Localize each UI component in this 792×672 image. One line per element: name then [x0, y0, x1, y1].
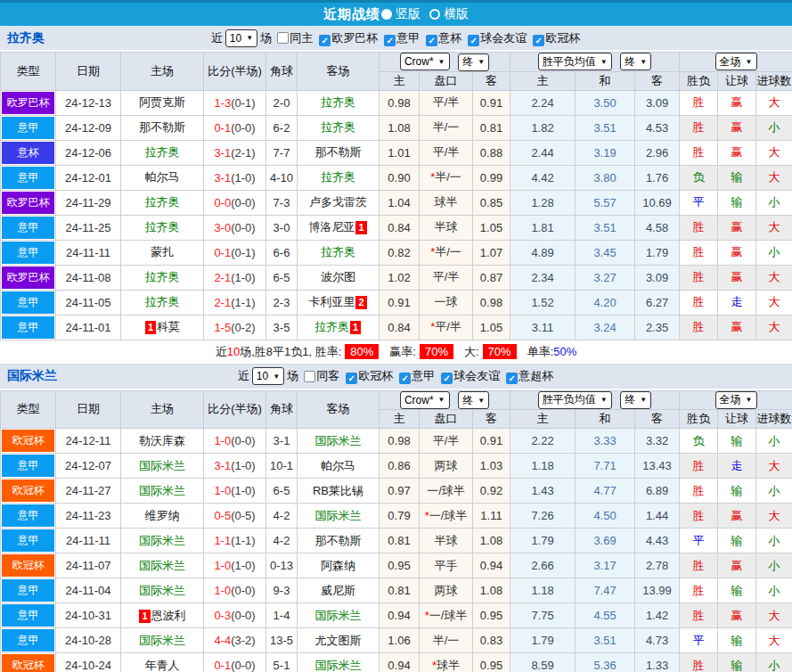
away-team-cell: 阿森纳	[298, 553, 380, 578]
odds-time-select[interactable]: 终▼	[458, 391, 489, 409]
euro-away-odds: 2.96	[635, 140, 680, 165]
team-name: 国际米兰	[315, 659, 362, 672]
same-venue-label: 同主	[290, 30, 313, 46]
odds-change-star: *	[425, 509, 429, 522]
handicap-cell: *球半	[420, 653, 473, 672]
near-label: 近	[238, 368, 249, 384]
handicap-rate-label: 赢率:	[389, 344, 416, 360]
col-handicap-result: 让球	[718, 71, 756, 90]
league-filter-checkbox[interactable]: ✓	[426, 35, 437, 46]
scope-select[interactable]: 全场▼	[715, 53, 757, 70]
col-date: 日期	[56, 53, 121, 91]
score-cell: 1-1(1-1)	[204, 529, 266, 553]
home-team-cell: 帕尔马	[121, 165, 204, 190]
team-name: 那不勒斯	[315, 534, 362, 547]
euro-odds-select[interactable]: 胜平负均值▼	[538, 391, 612, 409]
match-row: 意甲24-11-11国际米兰1-1(1-1)4-2那不勒斯0.81半球1.081…	[1, 529, 792, 553]
odds-change-star: *	[430, 320, 435, 333]
away-team-cell: 尤文图斯	[298, 628, 380, 653]
col-handicap: 盘口	[420, 71, 473, 90]
league-filter-checkbox[interactable]: ✓	[441, 373, 453, 384]
euro-draw-odds: 3.51	[576, 628, 635, 653]
col-asian-home: 主	[380, 410, 420, 429]
euro-away-odds: 6.89	[635, 479, 680, 504]
filter-bar: 近 10▼ 场 同主 ✓欧罗巴杯✓意甲✓意杯✓球会友谊✓欧冠杯	[211, 29, 581, 47]
league-cell: 意甲	[1, 578, 56, 603]
same-venue-checkbox[interactable]	[304, 371, 315, 382]
league-filter-checkbox[interactable]: ✓	[399, 373, 411, 384]
team-name: 尤文图斯	[315, 634, 362, 647]
team-name: 国际米兰	[139, 484, 185, 497]
home-team-cell: 1恩波利	[121, 603, 204, 628]
col-euro-draw: 和	[576, 71, 635, 90]
chevron-down-icon: ▼	[746, 396, 753, 404]
asian-odds-group: Crow*▼ 终▼	[380, 53, 510, 72]
result-cell: 平	[680, 628, 718, 653]
league-filter-checkbox[interactable]: ✓	[319, 35, 331, 46]
team-title: 拉齐奥	[7, 30, 45, 46]
handicap-result-cell: 输	[718, 628, 756, 653]
goals-cell: 小	[756, 578, 792, 603]
chevron-down-icon: ▼	[600, 58, 608, 66]
league-filter-checkbox[interactable]: ✓	[468, 35, 479, 46]
same-venue-checkbox[interactable]	[277, 32, 289, 44]
home-team-cell: 国际米兰	[121, 628, 204, 653]
chevron-down-icon: ▼	[246, 34, 253, 42]
euro-odds-group: 胜平负均值▼ 终▼	[510, 390, 680, 410]
away-team-cell: 拉齐奥	[298, 115, 380, 140]
euro-draw-odds: 3.27	[576, 265, 635, 290]
big-rate-label: 大:	[464, 344, 479, 360]
horizontal-layout-radio[interactable]	[429, 9, 440, 20]
goals-cell: 小	[756, 479, 792, 504]
odds-time-select[interactable]: 终▼	[458, 53, 489, 71]
corner-cell: 5-1	[266, 653, 298, 672]
asian-home-odds: 0.84	[380, 315, 420, 340]
match-row: 欧罗巴杯24-11-08拉齐奥2-1(1-0)6-5波尔图1.02平/半0.87…	[1, 265, 792, 290]
vertical-layout-radio[interactable]	[381, 9, 392, 20]
euro-time-select[interactable]: 终▼	[620, 391, 651, 409]
league-filter-label: 意甲	[412, 369, 435, 382]
league-filter-checkbox[interactable]: ✓	[346, 373, 357, 384]
goals-cell: 大	[756, 265, 792, 290]
col-euro-away: 客	[635, 410, 680, 429]
euro-time-select[interactable]: 终▼	[620, 53, 651, 70]
euro-home-odds: 7.75	[510, 603, 576, 628]
home-team-cell: 拉齐奥	[121, 265, 204, 290]
corner-cell: 9-3	[266, 578, 298, 603]
handicap-result-cell: 赢	[718, 265, 756, 290]
team-title: 国际米兰	[7, 368, 57, 384]
asian-away-odds: 1.05	[473, 215, 510, 240]
league-filter-checkbox[interactable]: ✓	[533, 35, 544, 46]
league-filter-label: 意超杯	[518, 369, 553, 382]
col-date: 日期	[56, 390, 121, 429]
match-count-select[interactable]: 10▼	[225, 29, 257, 47]
away-team-cell: 帕尔马	[298, 454, 380, 479]
euro-away-odds: 2.78	[635, 553, 680, 578]
euro-away-odds: 3.09	[635, 90, 680, 115]
league-filter-checkbox[interactable]: ✓	[506, 373, 518, 384]
handicap-result-cell: 赢	[718, 115, 756, 140]
away-team-cell: 威尼斯	[298, 578, 380, 603]
euro-away-odds: 13.43	[635, 454, 680, 479]
handicap-result-cell: 输	[718, 165, 756, 190]
home-team-cell: 国际米兰	[121, 454, 204, 479]
same-venue-label: 同客	[316, 368, 339, 384]
scope-select[interactable]: 全场▼	[715, 391, 757, 409]
summary-record: 场,胜8平1负1, 胜率:	[240, 344, 341, 360]
euro-home-odds: 2.22	[510, 429, 576, 454]
team-name: 帕尔马	[321, 459, 355, 472]
goals-cell: 小	[756, 429, 792, 454]
goals-cell: 大	[756, 140, 792, 165]
home-team-cell: 维罗纳	[121, 504, 204, 529]
handicap-cell: 一/球半	[420, 479, 473, 504]
euro-odds-select[interactable]: 胜平负均值▼	[538, 53, 612, 70]
odds-provider-select[interactable]: Crow*▼	[400, 391, 450, 409]
match-row: 意甲24-11-11蒙扎0-1(0-1)6-6拉齐奥0.82*半/一1.074.…	[1, 240, 792, 265]
date-cell: 24-11-04	[56, 578, 121, 603]
score-cell: 0-1(0-1)	[204, 240, 266, 265]
odds-provider-select[interactable]: Crow*▼	[400, 53, 450, 70]
match-count-select[interactable]: 10▼	[252, 367, 284, 385]
league-filter-checkbox[interactable]: ✓	[384, 35, 396, 46]
result-cell: 平	[680, 529, 718, 553]
team-name: 那不勒斯	[139, 120, 185, 134]
